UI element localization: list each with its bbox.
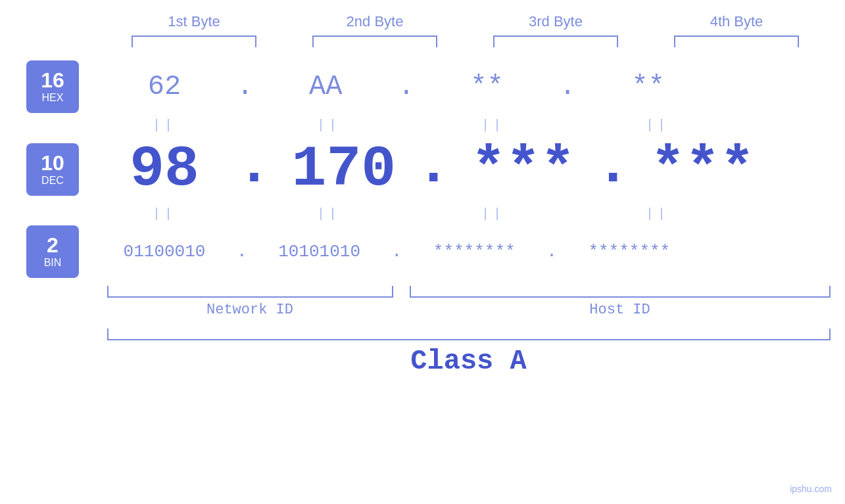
sep-values-2: || || || || bbox=[92, 206, 845, 221]
dec-val-1: 98 bbox=[92, 137, 237, 202]
hex-dot-3: . bbox=[559, 73, 575, 101]
sep-1-1: || bbox=[92, 118, 237, 133]
bracket-class bbox=[107, 329, 831, 340]
bracket-top-1 bbox=[132, 35, 256, 47]
sep-1-3: || bbox=[421, 118, 566, 133]
dec-val-2: 170 bbox=[272, 137, 416, 202]
hex-row: 16 HEX 62 . AA . ** . ** bbox=[0, 60, 845, 113]
watermark: ipshu.com bbox=[790, 484, 832, 494]
dec-row: 10 DEC 98 . 170 . *** . *** bbox=[0, 137, 845, 202]
bracket-network bbox=[107, 286, 393, 298]
bin-val-3: ******** bbox=[402, 242, 546, 262]
hex-dot-1: . bbox=[237, 73, 253, 101]
hex-val-3: ** bbox=[414, 71, 559, 103]
id-labels-row: Network ID Host ID bbox=[107, 302, 831, 318]
header-row: 1st Byte 2nd Byte 3rd Byte 4th Byte bbox=[104, 13, 827, 30]
bracket-top-3 bbox=[493, 35, 618, 47]
byte-label-2: 2nd Byte bbox=[302, 13, 447, 30]
bin-dot-2: . bbox=[392, 243, 402, 260]
dec-badge-wrapper: 10 DEC bbox=[0, 143, 92, 196]
sep-2-2: || bbox=[256, 206, 401, 221]
main-container: 1st Byte 2nd Byte 3rd Byte 4th Byte 16 H… bbox=[0, 0, 845, 504]
sep-1-2: || bbox=[256, 118, 401, 133]
bin-badge: 2 BIN bbox=[26, 225, 79, 278]
bin-val-1: 01100010 bbox=[92, 242, 237, 262]
dec-dot-2: . bbox=[416, 137, 451, 195]
class-bracket-section: Class A bbox=[107, 329, 831, 377]
bin-dot-3: . bbox=[546, 243, 557, 260]
hex-val-4: ** bbox=[576, 71, 721, 103]
host-id-label: Host ID bbox=[410, 302, 831, 318]
dec-val-3: *** bbox=[451, 137, 596, 202]
bin-dot-1: . bbox=[237, 243, 247, 260]
bracket-top-2 bbox=[312, 35, 437, 47]
bin-badge-text: BIN bbox=[44, 257, 62, 269]
dec-badge-text: DEC bbox=[41, 175, 64, 187]
hex-badge-text: HEX bbox=[42, 92, 64, 104]
bin-val-4: ******** bbox=[557, 242, 702, 262]
hex-values: 62 . AA . ** . ** bbox=[92, 71, 845, 103]
bin-badge-wrapper: 2 BIN bbox=[0, 225, 92, 278]
dec-badge-number: 10 bbox=[41, 152, 64, 173]
hex-badge-wrapper: 16 HEX bbox=[0, 60, 92, 113]
hex-badge-number: 16 bbox=[41, 70, 64, 91]
dec-dot-1: . bbox=[237, 137, 272, 195]
sep-values-1: || || || || bbox=[92, 118, 845, 133]
bin-val-2: 10101010 bbox=[247, 242, 392, 262]
dec-values: 98 . 170 . *** . *** bbox=[92, 137, 845, 202]
dec-dot-3: . bbox=[596, 137, 631, 195]
sep-row-2: || || || || bbox=[0, 202, 845, 225]
sep-2-4: || bbox=[585, 206, 730, 221]
sep-2-1: || bbox=[92, 206, 237, 221]
hex-dot-2: . bbox=[398, 73, 414, 101]
network-id-label: Network ID bbox=[107, 302, 393, 318]
class-label: Class A bbox=[107, 346, 831, 377]
bin-values: 01100010 . 10101010 . ******** . *******… bbox=[92, 242, 845, 262]
hex-badge: 16 HEX bbox=[26, 60, 79, 113]
dec-val-4: *** bbox=[630, 137, 775, 202]
byte-label-1: 1st Byte bbox=[122, 13, 266, 30]
dec-badge: 10 DEC bbox=[26, 143, 79, 196]
bracket-host bbox=[410, 286, 831, 298]
bottom-brackets-row bbox=[107, 286, 831, 298]
bin-row: 2 BIN 01100010 . 10101010 . ******** . *… bbox=[0, 225, 845, 278]
bracket-top-4 bbox=[674, 35, 799, 47]
hex-val-1: 62 bbox=[92, 71, 237, 103]
sep-1-4: || bbox=[585, 118, 730, 133]
byte-label-3: 3rd Byte bbox=[483, 13, 628, 30]
bottom-bracket-section: Network ID Host ID bbox=[107, 286, 831, 318]
hex-val-2: AA bbox=[253, 71, 398, 103]
byte-label-4: 4th Byte bbox=[664, 13, 809, 30]
bin-badge-number: 2 bbox=[47, 235, 59, 256]
sep-2-3: || bbox=[421, 206, 566, 221]
top-brackets bbox=[104, 35, 827, 47]
